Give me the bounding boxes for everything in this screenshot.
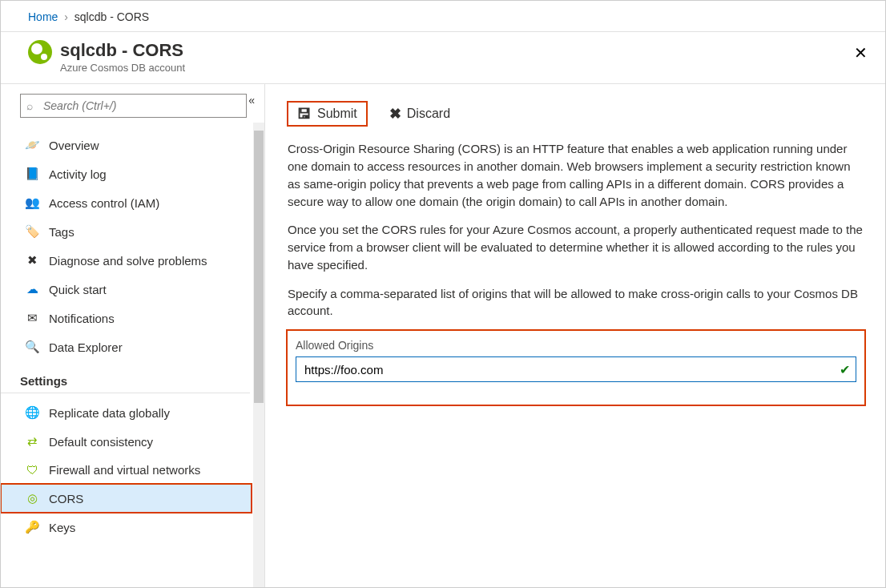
- sidebar-item-label: Notifications: [49, 312, 115, 325]
- cors-description-1: Cross-Origin Resource Sharing (CORS) is …: [288, 140, 864, 210]
- allowed-origins-input[interactable]: [296, 356, 856, 382]
- breadcrumb-current: sqlcdb - CORS: [75, 10, 149, 23]
- activity-log-icon: 📘: [25, 167, 39, 181]
- sidebar-item-label: Overview: [49, 139, 99, 152]
- page-title: sqlcdb - CORS: [60, 40, 185, 60]
- sidebar-item-label: Keys: [49, 521, 75, 534]
- sidebar-item-diagnose[interactable]: ✖Diagnose and solve problems: [1, 246, 252, 275]
- sidebar-item-label: Firewall and virtual networks: [49, 463, 200, 477]
- discard-icon: ✖: [389, 105, 401, 123]
- overview-icon: 🪐: [25, 138, 39, 152]
- page-header: sqlcdb - CORS Azure Cosmos DB account ✕: [1, 32, 885, 84]
- firewall-icon: 🛡: [25, 463, 39, 477]
- tags-icon: 🏷️: [25, 224, 39, 239]
- sidebar-item-label: Diagnose and solve problems: [49, 254, 207, 268]
- discard-button[interactable]: ✖ Discard: [381, 102, 458, 126]
- sidebar-item-quick-start[interactable]: ☁Quick start: [1, 275, 252, 304]
- sidebar-item-access-control[interactable]: 👥Access control (IAM): [1, 188, 252, 217]
- close-button[interactable]: ✕: [854, 45, 868, 61]
- sidebar-item-label: Data Explorer: [49, 340, 123, 354]
- sidebar-item-label: Quick start: [49, 283, 107, 296]
- sidebar-item-label: Replicate data globally: [49, 406, 170, 420]
- chevron-right-icon: ›: [64, 10, 68, 23]
- breadcrumb-home[interactable]: Home: [28, 10, 58, 23]
- quick-start-icon: ☁: [25, 282, 39, 296]
- cors-description-2: Once you set the CORS rules for your Azu…: [288, 221, 864, 273]
- sidebar-item-cors[interactable]: ◎CORS: [1, 484, 252, 513]
- sidebar-scrollbar-thumb[interactable]: [254, 131, 264, 403]
- cors-description-3: Specify a comma-separated list of origin…: [288, 285, 864, 320]
- sidebar-item-keys[interactable]: 🔑Keys: [1, 513, 252, 542]
- keys-icon: 🔑: [25, 520, 39, 534]
- checkmark-icon: ✔: [840, 362, 850, 377]
- data-explorer-icon: 🔍: [25, 340, 39, 354]
- sidebar-item-notifications[interactable]: ✉Notifications: [1, 304, 252, 332]
- sidebar: « ⌕ 🪐Overview📘Activity log👥Access contro…: [1, 84, 265, 588]
- access-control-icon: 👥: [25, 195, 39, 210]
- main-content: 🖫 Submit ✖ Discard Cross-Origin Resource…: [265, 84, 885, 588]
- allowed-origins-section: Allowed Origins ✔: [288, 331, 864, 405]
- submit-button[interactable]: 🖫 Submit: [288, 102, 367, 126]
- consistency-icon: ⇄: [25, 434, 39, 449]
- submit-button-label: Submit: [317, 107, 357, 121]
- sidebar-scrollbar[interactable]: [253, 123, 264, 588]
- sidebar-item-tags[interactable]: 🏷️Tags: [1, 217, 252, 246]
- sidebar-item-label: Access control (IAM): [49, 196, 159, 210]
- sidebar-item-replicate[interactable]: 🌐Replicate data globally: [1, 398, 252, 427]
- page-subtitle: Azure Cosmos DB account: [60, 62, 185, 74]
- cors-icon: ◎: [25, 491, 39, 505]
- toolbar: 🖫 Submit ✖ Discard: [288, 102, 864, 126]
- sidebar-search-input[interactable]: [20, 94, 247, 118]
- notifications-icon: ✉: [25, 311, 39, 325]
- discard-button-label: Discard: [407, 107, 450, 121]
- sidebar-item-consistency[interactable]: ⇄Default consistency: [1, 427, 252, 456]
- allowed-origins-label: Allowed Origins: [296, 339, 856, 352]
- sidebar-item-label: CORS: [49, 492, 83, 505]
- cosmosdb-logo-icon: [28, 40, 52, 64]
- sidebar-item-label: Activity log: [49, 167, 107, 181]
- sidebar-item-activity-log[interactable]: 📘Activity log: [1, 159, 252, 188]
- sidebar-section-settings: Settings: [1, 361, 250, 393]
- sidebar-item-label: Tags: [49, 225, 75, 239]
- sidebar-item-label: Default consistency: [49, 435, 153, 449]
- save-icon: 🖫: [297, 106, 312, 123]
- search-icon: ⌕: [26, 99, 33, 112]
- close-icon: ✕: [854, 44, 868, 62]
- sidebar-item-firewall[interactable]: 🛡Firewall and virtual networks: [1, 456, 252, 484]
- sidebar-item-overview[interactable]: 🪐Overview: [1, 131, 252, 159]
- replicate-icon: 🌐: [25, 405, 39, 420]
- breadcrumb: Home › sqlcdb - CORS: [1, 1, 885, 32]
- sidebar-item-data-explorer[interactable]: 🔍Data Explorer: [1, 332, 252, 361]
- diagnose-icon: ✖: [25, 253, 39, 268]
